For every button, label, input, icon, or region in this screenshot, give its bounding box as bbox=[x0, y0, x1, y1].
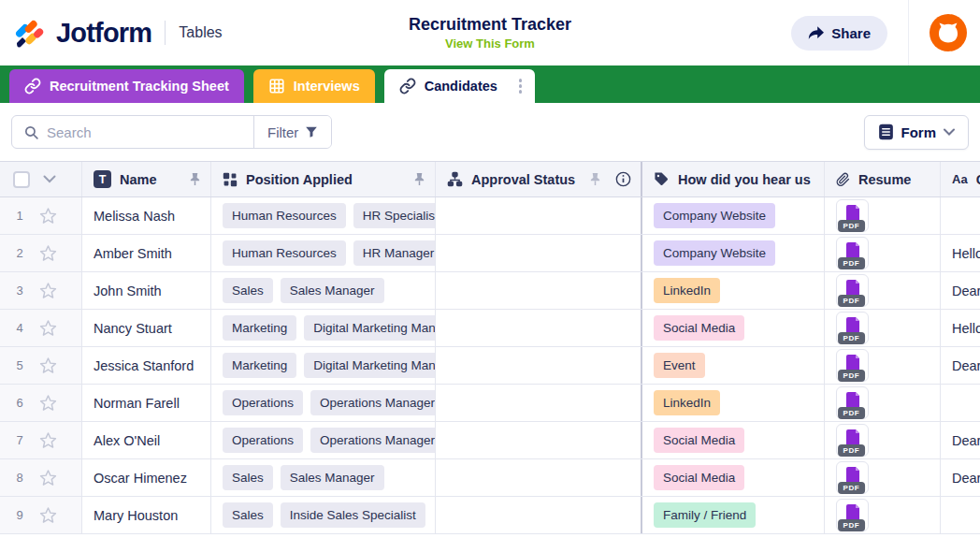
resume-cell[interactable]: PDF bbox=[825, 272, 941, 309]
pdf-file-icon[interactable]: PDF bbox=[836, 199, 869, 232]
source-cell[interactable]: Family / Friend bbox=[642, 497, 825, 533]
approval-status-cell[interactable] bbox=[436, 385, 642, 421]
source-cell[interactable]: Company Website bbox=[642, 197, 825, 234]
name-cell[interactable]: Nancy Stuart bbox=[82, 310, 211, 346]
name-cell[interactable]: John Smith bbox=[82, 272, 211, 309]
source-chip: Social Media bbox=[654, 428, 744, 453]
star-icon[interactable] bbox=[39, 431, 57, 449]
approval-status-cell[interactable] bbox=[436, 422, 642, 458]
pdf-file-icon[interactable]: PDF bbox=[836, 461, 869, 494]
star-icon[interactable] bbox=[39, 394, 57, 412]
cover-letter-cell[interactable]: Dear bbox=[941, 422, 980, 458]
approval-status-cell[interactable] bbox=[436, 310, 642, 346]
name-cell[interactable]: Alex O'Neil bbox=[82, 422, 211, 458]
star-icon[interactable] bbox=[39, 469, 57, 487]
source-cell[interactable]: Company Website bbox=[642, 235, 825, 271]
pdf-file-icon[interactable]: PDF bbox=[836, 499, 869, 531]
resume-cell[interactable]: PDF bbox=[825, 497, 941, 533]
column-header-resume[interactable]: Resume bbox=[825, 162, 941, 196]
approval-status-cell[interactable] bbox=[436, 459, 642, 496]
name-cell[interactable]: Amber Smith bbox=[82, 235, 211, 271]
approval-status-cell[interactable] bbox=[436, 347, 642, 384]
name-cell[interactable]: Mary Houston bbox=[82, 497, 211, 533]
pdf-badge: PDF bbox=[838, 220, 866, 232]
source-cell[interactable]: Social Media bbox=[642, 459, 825, 496]
column-header-cover-letter[interactable]: Aa C bbox=[941, 162, 980, 196]
resume-cell[interactable]: PDF bbox=[825, 459, 941, 496]
star-icon[interactable] bbox=[39, 356, 57, 374]
name-cell[interactable]: Melissa Nash bbox=[82, 197, 211, 234]
cover-letter-cell[interactable] bbox=[941, 385, 980, 421]
pin-icon[interactable] bbox=[589, 172, 601, 186]
position-cell[interactable]: Sales Inside Sales Specialist bbox=[211, 497, 436, 533]
pin-icon[interactable] bbox=[413, 172, 425, 186]
user-avatar[interactable] bbox=[930, 14, 967, 51]
position-cell[interactable]: Marketing Digital Marketing Manager bbox=[211, 310, 436, 346]
tab-recruitment-tracking-sheet[interactable]: Recruitment Tracking Sheet bbox=[9, 69, 244, 103]
source-chip: Social Media bbox=[654, 465, 744, 490]
tab-candidates[interactable]: Candidates bbox=[384, 69, 536, 103]
chevron-down-icon[interactable] bbox=[43, 175, 56, 183]
cover-letter-cell[interactable]: Dear bbox=[941, 347, 980, 384]
filter-button[interactable]: Filter bbox=[253, 116, 331, 148]
star-icon[interactable] bbox=[39, 282, 57, 299]
share-arrow-icon bbox=[808, 26, 824, 40]
pdf-file-icon[interactable]: PDF bbox=[836, 386, 869, 419]
approval-status-cell[interactable] bbox=[436, 197, 642, 234]
search-input[interactable] bbox=[47, 124, 242, 140]
pdf-file-icon[interactable]: PDF bbox=[836, 237, 869, 269]
approval-status-cell[interactable] bbox=[436, 272, 642, 309]
info-icon[interactable] bbox=[615, 171, 631, 187]
pdf-file-icon[interactable]: PDF bbox=[836, 274, 869, 307]
position-cell[interactable]: Human Resources HR Specialist bbox=[211, 197, 436, 234]
cover-letter-cell[interactable]: Hello bbox=[941, 310, 980, 346]
column-header-how-did-you-hear-us[interactable]: How did you hear us bbox=[642, 162, 825, 196]
resume-cell[interactable]: PDF bbox=[825, 385, 941, 421]
position-cell[interactable]: Sales Sales Manager bbox=[211, 272, 436, 309]
cover-letter-cell[interactable]: Dear bbox=[941, 459, 980, 496]
position-cell[interactable]: Human Resources HR Manager bbox=[211, 235, 436, 271]
resume-cell[interactable]: PDF bbox=[825, 310, 941, 346]
tab-options-kebab-icon[interactable] bbox=[513, 73, 528, 99]
cover-letter-cell[interactable]: Hello bbox=[941, 235, 980, 271]
share-button[interactable]: Share bbox=[791, 16, 887, 51]
position-cell[interactable]: Operations Operations Manager bbox=[211, 422, 436, 458]
pdf-file-icon[interactable]: PDF bbox=[836, 312, 869, 344]
cover-letter-cell[interactable] bbox=[941, 497, 980, 533]
column-header-approval-status[interactable]: Approval Status bbox=[436, 162, 642, 196]
resume-cell[interactable]: PDF bbox=[825, 347, 941, 384]
approval-status-cell[interactable] bbox=[436, 235, 642, 271]
view-this-form-link[interactable]: View This Form bbox=[409, 36, 571, 51]
source-cell[interactable]: Social Media bbox=[642, 310, 825, 346]
source-cell[interactable]: Social Media bbox=[642, 422, 825, 458]
approval-status-cell[interactable] bbox=[436, 497, 642, 533]
name-cell[interactable]: Norman Farell bbox=[82, 385, 211, 421]
form-menu-button[interactable]: Form bbox=[864, 115, 970, 150]
source-cell[interactable]: LinkedIn bbox=[642, 272, 825, 309]
source-cell[interactable]: Event bbox=[642, 347, 825, 384]
pin-icon[interactable] bbox=[189, 172, 201, 186]
star-icon[interactable] bbox=[39, 506, 57, 524]
name-cell[interactable]: Jessica Stanford bbox=[82, 347, 211, 384]
tab-interviews[interactable]: Interviews bbox=[253, 69, 375, 103]
table-row: 3 John Smith Sales Sales Manager LinkedI… bbox=[0, 272, 980, 310]
column-header-position-applied[interactable]: Position Applied bbox=[211, 162, 436, 196]
source-cell[interactable]: LinkedIn bbox=[642, 385, 825, 421]
resume-cell[interactable]: PDF bbox=[825, 197, 941, 234]
position-cell[interactable]: Sales Sales Manager bbox=[211, 459, 436, 496]
star-icon[interactable] bbox=[39, 207, 57, 225]
position-cell[interactable]: Operations Operations Manager bbox=[211, 385, 436, 421]
pdf-file-icon[interactable]: PDF bbox=[836, 349, 869, 382]
resume-cell[interactable]: PDF bbox=[825, 235, 941, 271]
name-cell[interactable]: Oscar Himenez bbox=[82, 459, 211, 496]
column-header-name[interactable]: T Name bbox=[82, 162, 211, 196]
cover-letter-cell[interactable]: Dear bbox=[941, 272, 980, 309]
star-icon[interactable] bbox=[39, 319, 57, 337]
resume-cell[interactable]: PDF bbox=[825, 422, 941, 458]
position-cell[interactable]: Marketing Digital Marketing Manager bbox=[211, 347, 436, 384]
jotform-logo[interactable]: Jotform bbox=[13, 16, 151, 50]
star-icon[interactable] bbox=[39, 244, 57, 262]
select-all-checkbox[interactable] bbox=[13, 171, 30, 188]
cover-letter-cell[interactable] bbox=[941, 197, 980, 234]
pdf-file-icon[interactable]: PDF bbox=[836, 424, 869, 457]
